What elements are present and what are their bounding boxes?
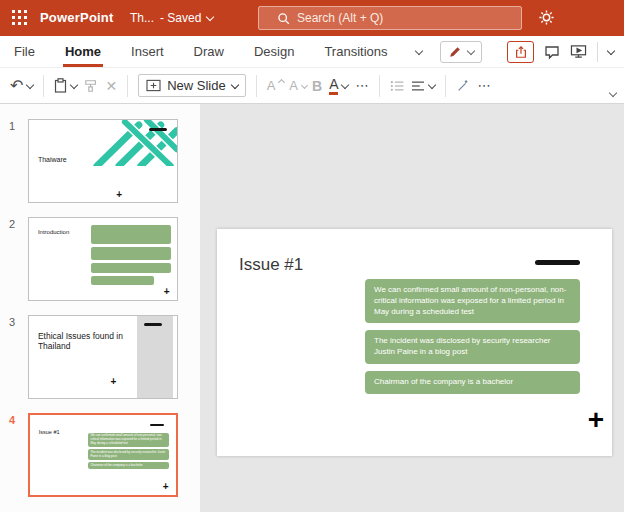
divider: [256, 75, 257, 97]
new-slide-button[interactable]: New Slide: [138, 74, 246, 97]
chevron-down-icon: [341, 80, 349, 88]
menu-draw[interactable]: Draw: [192, 36, 226, 67]
delete-button[interactable]: ✕: [105, 78, 117, 94]
present-button[interactable]: [570, 44, 587, 59]
slide-thumbnail-4-selected[interactable]: Issue #1 We can confirmed small amount o…: [28, 413, 178, 497]
slide-row-4: 4 Issue #1 We can confirmed small amount…: [0, 413, 200, 497]
divider: [127, 75, 128, 97]
divider: [445, 75, 446, 97]
slide-thumbnail-3[interactable]: Ethical Issues found in Thailand +: [28, 315, 178, 399]
more-commands-button[interactable]: ⋯: [477, 78, 491, 93]
bullet-list-button[interactable]: [390, 80, 404, 92]
caret-down-icon: [301, 82, 308, 89]
more-font-options-button[interactable]: ⋯: [355, 78, 369, 93]
teal-network-pattern: [85, 120, 177, 166]
document-title[interactable]: Th...: [130, 11, 154, 25]
designer-wand-icon: [456, 79, 470, 93]
chevron-down-icon: [466, 46, 474, 54]
present-icon: [570, 44, 587, 59]
mini-textbox: The incident was disclosed by security r…: [88, 449, 168, 460]
slide-thumbnail-2[interactable]: Introduction +: [28, 217, 178, 301]
textbox-2[interactable]: The incident was disclosed by security r…: [365, 330, 580, 364]
divider: [597, 42, 598, 62]
share-button[interactable]: [507, 41, 534, 63]
search-placeholder: Search (Alt + Q): [297, 11, 383, 25]
bullet-list-icon: [390, 80, 404, 92]
menu-insert[interactable]: Insert: [129, 36, 166, 67]
thumb-title: Issue #1: [39, 429, 60, 435]
chevron-down-icon: [428, 80, 436, 88]
slide-editing-surface[interactable]: Issue #1 We can confirmed small amount o…: [217, 229, 612, 456]
clipboard-icon: [54, 78, 67, 93]
slide-row-3: 3 Ethical Issues found in Thailand +: [0, 315, 200, 399]
workspace: 1 Thaiware: [0, 104, 624, 512]
thumb-title: Introduction: [38, 229, 69, 235]
textbox-1[interactable]: We can confirmed small amount of non-per…: [365, 279, 580, 323]
paste-button[interactable]: [54, 78, 77, 93]
present-dropdown-chevron-icon[interactable]: [608, 50, 614, 54]
chevron-down-icon[interactable]: [206, 13, 214, 21]
divider: [43, 75, 44, 97]
decrease-font-button[interactable]: A: [289, 78, 305, 93]
menu-transitions[interactable]: Transitions: [322, 36, 389, 67]
textbox-3[interactable]: Chairman of the company is a bachelor: [365, 371, 580, 394]
designer-button[interactable]: [456, 79, 470, 93]
mini-dash-shape: [149, 128, 167, 131]
app-launcher-icon[interactable]: [12, 10, 27, 29]
slide-title[interactable]: Issue #1: [239, 255, 303, 275]
format-painter-icon: [84, 79, 98, 93]
slide-number: 3: [9, 315, 28, 399]
mini-plus-shape: +: [110, 377, 116, 387]
collapse-ribbon-chevron-icon[interactable]: [610, 82, 616, 100]
chevron-down-icon: [26, 80, 34, 88]
new-slide-icon: [146, 79, 161, 92]
slide-row-1: 1 Thaiware: [0, 119, 200, 203]
bold-button[interactable]: B: [312, 78, 322, 94]
pen-icon: [448, 45, 462, 59]
mini-textbox: [91, 263, 171, 273]
mini-textbox: [91, 247, 171, 260]
divider: [379, 75, 380, 97]
font-color-button[interactable]: A: [329, 77, 348, 95]
menu-home[interactable]: Home: [63, 36, 103, 67]
app-name[interactable]: PowerPoint: [40, 10, 114, 25]
dash-shape[interactable]: [535, 260, 580, 265]
delete-x-icon: ✕: [105, 78, 117, 94]
slide-thumbnail-panel: 1 Thaiware: [0, 104, 200, 512]
top-bar: PowerPoint Th... - Saved Search (Alt + Q…: [0, 0, 624, 36]
mini-plus-shape: +: [164, 287, 170, 297]
ribbon-toolbar: ↶ ✕ New Slide A A B A: [0, 68, 624, 104]
plus-shape[interactable]: +: [588, 406, 604, 434]
menu-file[interactable]: File: [12, 36, 37, 67]
settings-gear-icon[interactable]: [538, 9, 555, 30]
mini-plus-shape: +: [116, 190, 122, 200]
comments-button[interactable]: [544, 44, 560, 60]
chevron-down-icon: [230, 80, 238, 88]
thumb-title: Ethical Issues found in Thailand: [38, 331, 127, 352]
mini-dash-shape: [144, 323, 162, 326]
slide-number: 4: [9, 413, 28, 497]
increase-font-button[interactable]: A: [267, 78, 283, 93]
pen-tool-button[interactable]: [440, 41, 482, 63]
menu-design[interactable]: Design: [252, 36, 296, 67]
slide-textboxes: We can confirmed small amount of non-per…: [365, 279, 580, 394]
slide-canvas-area: Issue #1 We can confirmed small amount o…: [200, 104, 624, 512]
document-title-group[interactable]: Th... - Saved: [130, 11, 213, 25]
mini-plus-shape: +: [163, 482, 169, 492]
undo-button[interactable]: ↶: [10, 76, 33, 95]
gray-sidebar-shape: [137, 316, 173, 398]
search-input[interactable]: Search (Alt + Q): [258, 6, 522, 30]
caret-up-icon: [278, 79, 285, 86]
ribbon-right-actions: [507, 36, 614, 67]
slide-thumbnail-1[interactable]: Thaiware +: [28, 119, 178, 203]
mini-textboxes: [91, 225, 171, 285]
mini-textbox: Chairman of the company is a bachelor: [88, 462, 168, 469]
new-slide-label: New Slide: [167, 78, 226, 93]
more-tabs-chevron-icon[interactable]: [416, 36, 422, 67]
save-status: - Saved: [160, 11, 201, 25]
powerpoint-web-app: PowerPoint Th... - Saved Search (Alt + Q…: [0, 0, 624, 513]
slide-number: 1: [9, 119, 28, 203]
mini-textbox: We can confirmed small amount of non-per…: [88, 433, 168, 448]
format-painter-button[interactable]: [84, 79, 98, 93]
align-button[interactable]: [411, 80, 435, 92]
